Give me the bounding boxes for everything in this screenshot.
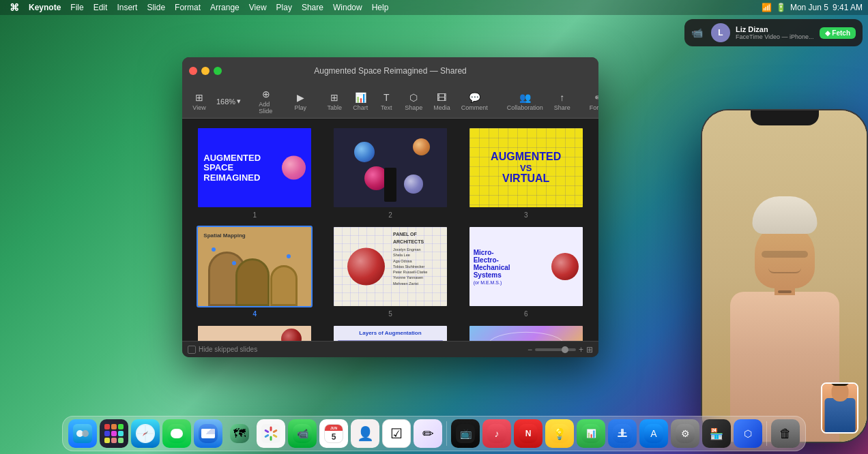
play-menu[interactable]: Play	[272, 0, 296, 15]
freeform-icon-emoji: ✏	[422, 419, 434, 448]
toolbar-collab[interactable]: 👥 Collaboration	[503, 91, 547, 111]
slide-item-6[interactable]: Micro-Electro-MechanicalSystems (or M.E.…	[461, 226, 590, 318]
dock-reminders[interactable]: ☑	[382, 419, 411, 448]
toolbar-format[interactable]: ✏ Format	[585, 91, 598, 111]
dock-news[interactable]: N	[514, 419, 542, 448]
slide-item-8[interactable]: Layers of Augmentation 8	[326, 324, 455, 341]
tips-icon-bg: 💡	[550, 424, 569, 443]
table-icon: ⊞	[327, 91, 342, 104]
arrange-menu[interactable]: Arrange	[206, 0, 244, 15]
slide-item-2[interactable]: 2	[326, 127, 455, 219]
format-menu[interactable]: Format	[171, 0, 205, 15]
slide2-figure	[384, 168, 396, 202]
zoom-out-icon[interactable]: −	[527, 345, 532, 354]
slide-item-5[interactable]: PANEL OFARCHITECTS Jocelyn Engman Shela …	[326, 226, 455, 318]
dock-appstore2[interactable]: 🏪	[702, 419, 731, 448]
toolbar-media[interactable]: 🎞 Media	[429, 91, 454, 111]
slide-thumb-2[interactable]	[332, 127, 448, 209]
share-menu[interactable]: Share	[298, 0, 328, 15]
slide-thumb-1[interactable]: AUGMENTEDSPACEREIMAGINED	[197, 127, 313, 209]
person-hair	[752, 196, 817, 234]
slide-thumb-5[interactable]: PANEL OFARCHITECTS Jocelyn Engman Shela …	[332, 226, 448, 307]
shape-icon: ⬡	[406, 91, 421, 104]
dock-appstore[interactable]: A	[639, 419, 668, 448]
dock-bluetooth[interactable]: ⬡	[734, 419, 762, 448]
facetime-fetch-button[interactable]: ◆ Fetch	[820, 27, 856, 39]
svg-rect-23	[618, 432, 626, 434]
person-smile	[768, 268, 801, 273]
window-menu[interactable]: Window	[329, 0, 366, 15]
text-label: Text	[381, 104, 392, 111]
toolbar-share[interactable]: ↑ Share	[550, 91, 575, 111]
slide-item-9[interactable]: SPATIAL AUGMENTED VIRTUAL 9	[461, 324, 590, 341]
dock-messages[interactable]	[162, 419, 191, 448]
hide-skipped-checkbox[interactable]	[188, 346, 196, 354]
slide-thumb-8[interactable]: Layers of Augmentation	[332, 324, 448, 341]
format-icon: ✏	[592, 91, 598, 104]
toolbar-add-slide[interactable]: ⊕ Add Slide	[255, 88, 278, 115]
edit-menu[interactable]: Edit	[89, 0, 112, 15]
file-menu[interactable]: File	[66, 0, 87, 15]
dock-launchpad[interactable]	[100, 419, 128, 448]
dock-numbers[interactable]: 📊	[577, 419, 605, 448]
table-label: Table	[327, 104, 342, 111]
dock-freeform[interactable]: ✏	[414, 419, 442, 448]
dock-maps[interactable]: 🗺	[225, 419, 254, 448]
window-title: Augmented Space Reimagined — Shared	[314, 66, 466, 76]
slide-thumb-6[interactable]: Micro-Electro-MechanicalSystems (or M.E.…	[468, 226, 584, 307]
dock-facetime[interactable]: 📹	[288, 419, 317, 448]
slide-item-3[interactable]: AugmentedVSVirtual 3	[461, 127, 590, 219]
fullscreen-button[interactable]	[214, 67, 222, 75]
toolbar-text[interactable]: T Text	[375, 91, 398, 111]
keynote-window: Augmented Space Reimagined — Shared ⊞ Vi…	[182, 57, 598, 357]
fit-icon[interactable]: ⊞	[586, 345, 593, 354]
zoom-thumb[interactable]	[562, 346, 568, 353]
slide-menu[interactable]: Slide	[143, 0, 169, 15]
slide-thumb-3[interactable]: AugmentedVSVirtual	[468, 127, 584, 209]
slide-num-5: 5	[388, 310, 392, 318]
slide-item-7[interactable]: AUGO 7	[190, 324, 319, 341]
dock-tips[interactable]: 💡	[545, 419, 574, 448]
toolbar-view[interactable]: ⊞ View	[188, 91, 211, 111]
slide-item-1[interactable]: AUGMENTEDSPACEREIMAGINED 1	[190, 127, 319, 219]
dock-calendar[interactable]: JUN 5	[319, 419, 348, 448]
toolbar-shape[interactable]: ⬡ Shape	[401, 91, 426, 111]
dock-music[interactable]: ♪	[482, 419, 511, 448]
dock-mail[interactable]	[194, 419, 222, 448]
facetime-caller-name: Liz Dizan	[736, 25, 814, 33]
dock-contacts[interactable]: 👤	[351, 419, 379, 448]
insert-menu[interactable]: Insert	[113, 0, 141, 15]
messages-bubble	[167, 424, 186, 443]
toolbar-play[interactable]: ▶ Play	[289, 91, 312, 111]
dock-settings[interactable]: ⚙	[671, 419, 699, 448]
window-statusbar: Hide skipped slides − + ⊞	[182, 341, 598, 357]
app-name-menu[interactable]: Keynote	[25, 0, 65, 15]
slide-thumb-4[interactable]: Spatial Mapping	[197, 226, 313, 307]
slide-thumb-9[interactable]: SPATIAL AUGMENTED VIRTUAL	[468, 324, 584, 341]
close-button[interactable]	[189, 67, 197, 75]
zoom-slider[interactable]	[535, 348, 576, 351]
dock-keynote[interactable]	[608, 419, 637, 448]
apple-menu[interactable]: ⌘	[5, 0, 23, 15]
slide-thumb-7[interactable]: AUGO	[197, 324, 313, 341]
toolbar-comment[interactable]: 💬 Comment	[457, 91, 492, 111]
slides-grid: AUGMENTEDSPACEREIMAGINED 1 2	[182, 119, 598, 341]
appstore-icon-bg: A	[644, 424, 663, 443]
view-menu[interactable]: View	[245, 0, 271, 15]
dock-photos[interactable]	[257, 419, 285, 448]
dock-finder[interactable]	[68, 419, 97, 448]
iphone-screen	[702, 110, 867, 442]
zoom-in-icon[interactable]: +	[579, 345, 583, 354]
help-menu[interactable]: Help	[368, 0, 393, 15]
dock-trash[interactable]: 🗑	[771, 419, 800, 448]
toolbar-chart[interactable]: 📊 Chart	[349, 91, 372, 111]
iphone-frame	[701, 109, 868, 443]
tv-icon-bg: 📺	[456, 424, 475, 443]
zoom-group[interactable]: 168% ▾	[214, 97, 244, 106]
dock-tv[interactable]: 📺	[451, 419, 480, 448]
minimize-button[interactable]	[201, 67, 209, 75]
slide-item-4[interactable]: Spatial Mapping 4	[190, 226, 319, 318]
toolbar-table[interactable]: ⊞ Table	[323, 91, 346, 111]
dock-safari[interactable]	[131, 419, 160, 448]
keynote-icon-bg	[613, 424, 632, 443]
